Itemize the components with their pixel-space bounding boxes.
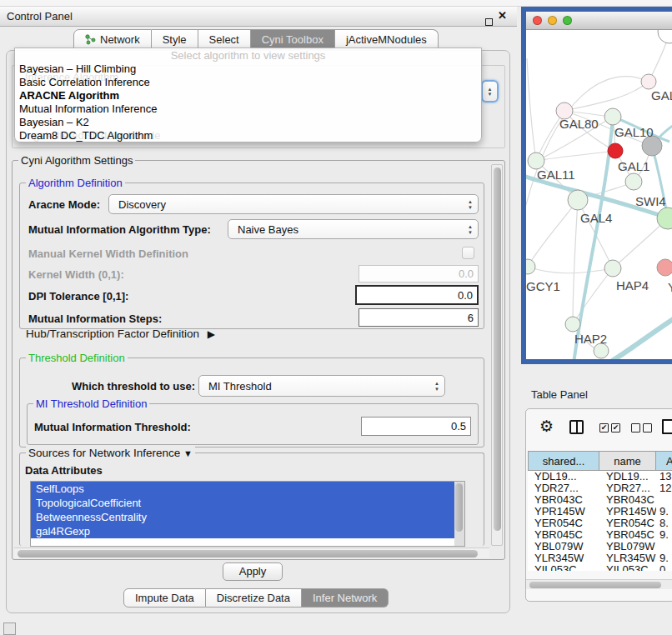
column-header-partial[interactable]: A (656, 451, 672, 471)
manual-kernel-checkbox[interactable] (462, 247, 474, 259)
node-salmon[interactable] (657, 259, 672, 276)
mi-steps-value: 6 (468, 312, 474, 324)
node-hap4[interactable] (604, 260, 621, 277)
attribute-item-selected[interactable]: BetweennessCentrality (31, 510, 454, 524)
which-threshold-label: Which threshold to use: (72, 380, 195, 392)
cell: YER054C (599, 518, 656, 529)
attribute-item-selected[interactable]: SelfLoops (31, 482, 454, 496)
mi-threshold-group-title: MI Threshold Definition (33, 398, 149, 410)
mi-steps-field[interactable]: 6 (359, 308, 479, 327)
mi-threshold-label: Mutual Information Threshold: (34, 421, 191, 433)
node-label: GAL (651, 88, 672, 102)
zoom-traffic-button[interactable] (563, 16, 572, 25)
spinner-up-icon: ▲ (434, 381, 439, 386)
dpi-tolerance-field[interactable]: 0.0 (355, 285, 479, 305)
node-gal4[interactable] (568, 190, 588, 210)
close-icon[interactable]: ✕ (498, 9, 507, 22)
kernel-width-value: 0.0 (459, 268, 474, 280)
dpi-tolerance-value: 0.0 (458, 289, 473, 302)
node-red-selected[interactable] (608, 143, 623, 158)
table-hscrollbar-thumb[interactable] (529, 582, 661, 588)
table-row[interactable]: YER054CYER054C8. (528, 518, 672, 529)
settings-hscrollbar-thumb[interactable] (18, 550, 478, 558)
table-row[interactable]: YBR045CYBR045C9. (528, 529, 672, 541)
node-gal-partial[interactable] (641, 74, 656, 89)
mi-threshold-value: 0.5 (451, 420, 466, 432)
table-row[interactable]: YDL19...YDL19...13 (528, 471, 672, 482)
collapsed-panel-icon[interactable] (3, 622, 16, 635)
mi-type-label: Mutual Information Algorithm Type: (28, 223, 211, 236)
table-hscrollbar[interactable] (526, 579, 672, 589)
network-canvas[interactable]: GAL GAL80 GAL10 GAL1 GAL11 SWI4 GAL4 GCY… (526, 30, 672, 359)
node-gal1[interactable] (625, 173, 642, 190)
mi-threshold-group: MI Threshold Definition Mutual Informati… (27, 403, 479, 445)
settings-hscrollbar[interactable] (14, 548, 489, 558)
gear-icon[interactable]: ⚙ (539, 417, 554, 436)
focused-combo-stepper[interactable]: ▲ ▼ (481, 80, 499, 102)
tab-cyni-toolbox-label: Cyni Toolbox (262, 30, 323, 50)
node-gal10[interactable] (604, 108, 621, 125)
node-gcy1[interactable] (526, 259, 535, 274)
tab-jactivemnodules-label: jActiveMNodules (346, 30, 427, 50)
tab-infer-network[interactable]: Infer Network (302, 588, 389, 608)
app-top-strip (0, 0, 672, 7)
cell (656, 494, 672, 506)
split-columns-icon[interactable] (569, 420, 584, 434)
sources-toggle[interactable]: Sources for Network Inference ▼ (26, 447, 195, 460)
sources-group: Sources for Network Inference ▼ Data Att… (19, 452, 484, 546)
node-label: GAL4 (580, 211, 612, 225)
dpi-tolerance-label: DPI Tolerance [0,1]: (28, 290, 128, 302)
network-window-titlebar[interactable] (526, 12, 672, 30)
threshold-definition-title: Threshold Definition (26, 352, 128, 364)
list-scrollbar-thumb[interactable] (455, 483, 463, 532)
mi-threshold-field[interactable]: 0.5 (361, 417, 471, 436)
which-threshold-value: MI Threshold (199, 380, 429, 392)
deselect-all-checkboxes-icon[interactable] (631, 423, 652, 432)
list-scrollbar[interactable] (454, 482, 464, 547)
table-row[interactable]: YPR145WYPR145W9. (528, 506, 672, 518)
table-row[interactable]: YDR27...YDR27...12 (528, 482, 672, 494)
cell: YLR345W (599, 552, 656, 564)
spinner-up-icon: ▲ (468, 199, 473, 204)
settings-vscrollbar[interactable] (491, 164, 503, 546)
combo-stepper-icon: ▲ ▼ (429, 381, 444, 392)
close-traffic-button[interactable] (533, 16, 542, 25)
cell: YER054C (528, 518, 599, 529)
aracne-mode-combobox[interactable]: Discovery ▲ ▼ (108, 194, 479, 214)
attribute-item-selected[interactable]: gal4RGexp (31, 524, 454, 538)
table-row[interactable]: YBR043CYBR043C (528, 494, 672, 506)
node-hap2[interactable] (565, 317, 580, 332)
node-label: GAL10 (614, 125, 654, 139)
cell: 12 (656, 482, 672, 494)
apply-button[interactable]: Apply (223, 562, 283, 581)
node-gal11[interactable] (528, 152, 544, 169)
settings-vscrollbar-thumb[interactable] (494, 168, 501, 531)
cell: YDL19... (528, 471, 599, 482)
algorithm-option[interactable]: Mutual Information Inference (15, 102, 481, 116)
unchecked-box-icon (631, 423, 640, 432)
document-icon[interactable] (662, 419, 672, 434)
tab-impute-data[interactable]: Impute Data (123, 588, 206, 608)
minimize-traffic-button[interactable] (548, 16, 557, 25)
cell: YDR27... (599, 482, 656, 494)
cell: 0. (656, 564, 672, 571)
tab-discretize-data[interactable]: Discretize Data (206, 588, 302, 608)
cell: YDL19... (599, 471, 656, 482)
data-attributes-listbox: SelfLoops TopologicalCoefficient Between… (30, 481, 465, 547)
table-row-partial[interactable]: YIL053CYIL053C0. (528, 564, 672, 571)
column-header-shared-name[interactable]: shared... (528, 451, 599, 471)
attribute-item-selected[interactable]: TopologicalCoefficient (31, 496, 454, 510)
column-header-name[interactable]: name (599, 451, 656, 471)
cell: YIL053C (528, 564, 599, 571)
mi-type-combobox[interactable]: Naive Bayes ▲ ▼ (228, 219, 479, 239)
algorithm-option-selected[interactable]: ARACNE Algorithm (15, 89, 481, 102)
node-unlabeled[interactable] (658, 30, 672, 43)
algorithm-option[interactable]: Bayesian – K2 (15, 116, 481, 129)
window-float-icon[interactable] (485, 18, 493, 26)
table-row[interactable]: YLR345WYLR345W9. (528, 552, 672, 564)
node-label: GAL11 (537, 168, 575, 182)
which-threshold-combobox[interactable]: MI Threshold ▲ ▼ (198, 375, 445, 397)
table-row[interactable]: YBL079WYBL079W (528, 541, 672, 552)
select-all-checkboxes-icon[interactable]: ✔ ✔ (599, 423, 620, 432)
hub-definition-toggle[interactable]: Hub/Transcription Factor Definition ▶ (26, 328, 215, 340)
